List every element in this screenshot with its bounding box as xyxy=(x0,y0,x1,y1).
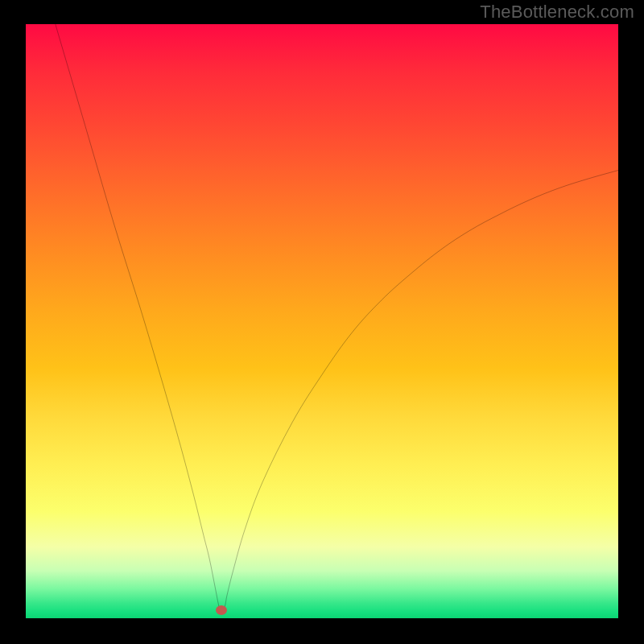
optimum-marker xyxy=(216,605,227,615)
bottleneck-curve-path xyxy=(56,24,618,613)
watermark-text: TheBottleneck.com xyxy=(480,2,634,23)
bottleneck-curve-svg xyxy=(26,24,618,618)
chart-frame: TheBottleneck.com xyxy=(0,0,644,644)
